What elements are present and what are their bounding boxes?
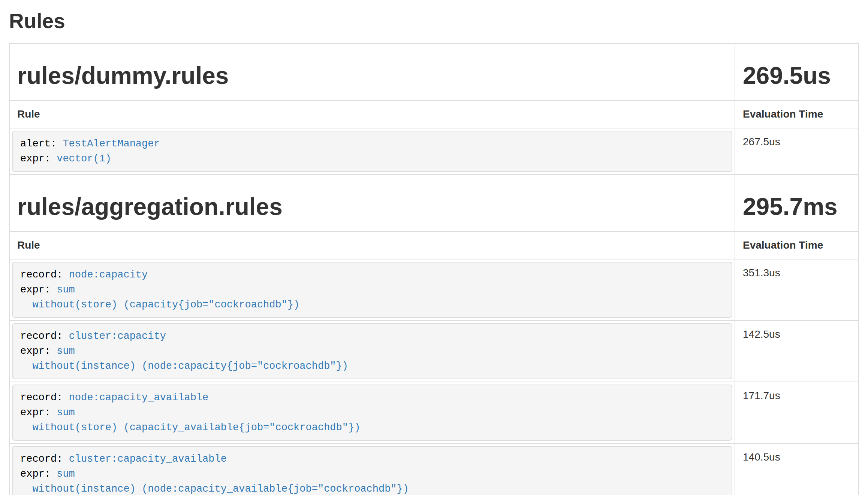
rule-keyword: record: xyxy=(20,453,63,465)
group-evaluation-time: 269.5us xyxy=(743,63,851,89)
rule-expr-link[interactable]: vector(1) xyxy=(57,153,111,164)
rule-name-link[interactable]: cluster:capacity xyxy=(69,331,166,342)
rule-keyword: alert: xyxy=(20,138,57,149)
column-header-evaluation-time: Evaluation Time xyxy=(735,231,859,259)
group-file-cell: rules/dummy.rules xyxy=(9,43,735,100)
rule-name-link[interactable]: node:capacity xyxy=(69,269,148,280)
column-header-row: Rule Evaluation Time xyxy=(9,231,859,259)
expr-keyword: expr: xyxy=(20,346,51,357)
column-header-row: Rule Evaluation Time xyxy=(9,100,859,128)
rule-name-link[interactable]: cluster:capacity_available xyxy=(69,453,227,465)
rule-cell: alert: TestAlertManager expr: vector(1) xyxy=(9,128,735,174)
rule-row: record: cluster:capacity expr: sum witho… xyxy=(9,321,859,382)
rule-cell: record: node:capacity expr: sum without(… xyxy=(9,259,735,321)
column-header-rule: Rule xyxy=(9,231,735,259)
rule-cell: record: node:capacity_available expr: su… xyxy=(9,382,735,443)
expr-keyword: expr: xyxy=(20,153,51,164)
rule-pre: record: node:capacity expr: sum without(… xyxy=(12,262,732,318)
expr-keyword: expr: xyxy=(20,407,51,418)
group-evaluation-time: 295.7ms xyxy=(743,194,851,220)
rule-evaluation-time: 140.5us xyxy=(735,443,859,495)
rule-row: record: node:capacity_available expr: su… xyxy=(9,382,859,443)
rule-name-link[interactable]: TestAlertManager xyxy=(63,138,160,149)
page-container: Rules rules/dummy.rules 269.5us Rule Eva… xyxy=(0,10,868,495)
column-header-rule: Rule xyxy=(9,100,735,128)
group-file-cell: rules/aggregation.rules xyxy=(9,174,735,231)
rule-expr-link[interactable]: sum without(store) (capacity{job="cockro… xyxy=(20,284,299,310)
group-time-cell: 269.5us xyxy=(735,43,859,100)
rule-expr-link[interactable]: sum without(instance) (node:capacity_ava… xyxy=(20,468,409,495)
rule-evaluation-time: 267.5us xyxy=(735,128,859,174)
page-title: Rules xyxy=(9,10,859,32)
group-file-title: rules/aggregation.rules xyxy=(17,194,727,220)
rule-pre: record: cluster:capacity expr: sum witho… xyxy=(12,323,732,379)
rule-evaluation-time: 171.7us xyxy=(735,382,859,443)
rule-keyword: record: xyxy=(20,392,63,403)
rule-row: alert: TestAlertManager expr: vector(1) … xyxy=(9,128,859,174)
rule-pre: alert: TestAlertManager expr: vector(1) xyxy=(12,131,732,172)
rule-expr-link[interactable]: sum without(store) (capacity_available{j… xyxy=(20,407,360,433)
rule-name-link[interactable]: node:capacity_available xyxy=(69,392,209,403)
rule-keyword: record: xyxy=(20,269,63,280)
expr-keyword: expr: xyxy=(20,468,51,480)
expr-keyword: expr: xyxy=(20,284,51,295)
rule-keyword: record: xyxy=(20,331,63,342)
rule-row: record: node:capacity expr: sum without(… xyxy=(9,259,859,321)
group-header-row: rules/aggregation.rules 295.7ms xyxy=(9,174,859,231)
column-header-evaluation-time: Evaluation Time xyxy=(735,100,859,128)
rule-row: record: cluster:capacity_available expr:… xyxy=(9,443,859,495)
rule-cell: record: cluster:capacity_available expr:… xyxy=(9,443,735,495)
rule-pre: record: node:capacity_available expr: su… xyxy=(12,385,732,441)
rules-table: rules/dummy.rules 269.5us Rule Evaluatio… xyxy=(9,43,859,495)
rule-pre: record: cluster:capacity_available expr:… xyxy=(12,446,732,495)
rule-evaluation-time: 142.5us xyxy=(735,321,859,382)
group-header-row: rules/dummy.rules 269.5us xyxy=(9,43,859,100)
rule-evaluation-time: 351.3us xyxy=(735,259,859,321)
group-file-title: rules/dummy.rules xyxy=(17,63,727,89)
group-time-cell: 295.7ms xyxy=(735,174,859,231)
rule-cell: record: cluster:capacity expr: sum witho… xyxy=(9,321,735,382)
rule-expr-link[interactable]: sum without(instance) (node:capacity{job… xyxy=(20,346,348,372)
